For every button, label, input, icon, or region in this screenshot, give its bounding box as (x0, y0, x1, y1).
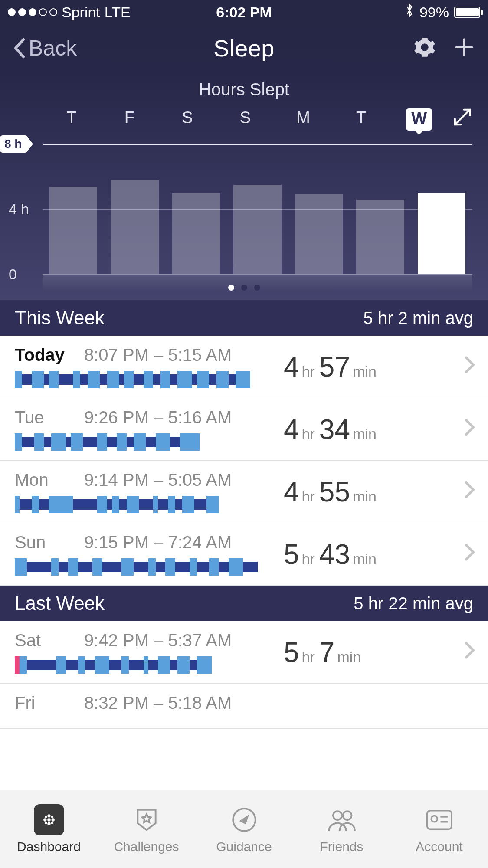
y-tick-4h: 4 h (9, 201, 29, 218)
pager-dot[interactable] (228, 285, 234, 291)
expand-icon (452, 107, 472, 127)
sleep-stages-bar (15, 656, 258, 674)
sleep-log-row[interactable]: Tue9:26 PM – 5:16 AM4hr34min (0, 398, 488, 461)
row-day-label: Today (15, 345, 67, 365)
status-bar: Sprint LTE 6:02 PM 99% (0, 0, 488, 24)
row-day-label: Sat (15, 631, 67, 650)
add-button[interactable] (453, 36, 475, 60)
expand-button[interactable] (452, 107, 472, 132)
section-summary: 5 hr 22 min avg (354, 594, 473, 613)
svg-point-0 (47, 818, 50, 821)
sleep-log-row[interactable]: Mon9:14 PM – 5:05 AM4hr55min (0, 461, 488, 523)
row-duration: 4hr57min (258, 351, 464, 383)
sleep-log-row[interactable]: Today8:07 PM – 5:15 AM4hr57min (0, 336, 488, 398)
friends-icon (327, 805, 357, 835)
y-tick-0: 0 (9, 266, 17, 283)
row-duration: 5hr43min (258, 538, 464, 570)
settings-button[interactable] (413, 36, 436, 60)
chevron-right-icon (464, 479, 475, 504)
section-title: This Week (15, 307, 105, 329)
tab-label: Guidance (216, 839, 272, 854)
sleep-log-row[interactable]: Fri8:32 PM – 5:18 AM (0, 684, 488, 729)
day-label[interactable]: S (158, 108, 216, 131)
day-label[interactable]: W (390, 108, 448, 131)
chart-bar[interactable] (165, 144, 227, 274)
day-label[interactable]: M (274, 108, 332, 131)
dashboard-icon (34, 804, 64, 835)
day-label[interactable]: T (43, 108, 101, 131)
row-time-range: 8:32 PM – 5:18 AM (84, 693, 232, 713)
row-day-label: Fri (15, 693, 67, 713)
sleep-log-row[interactable]: Sat9:42 PM – 5:37 AM5hr7min (0, 621, 488, 684)
pager-dot[interactable] (254, 285, 260, 291)
tab-bar: Dashboard Challenges Guidance Friends Ac… (0, 790, 488, 868)
row-time-range: 9:26 PM – 5:16 AM (84, 408, 232, 427)
row-time-range: 9:15 PM – 7:24 AM (84, 533, 232, 552)
chart-bar[interactable] (227, 144, 288, 274)
svg-point-3 (47, 814, 50, 817)
chart-bar[interactable] (288, 144, 350, 274)
svg-point-6 (51, 815, 53, 818)
svg-point-13 (431, 816, 437, 822)
tab-friends[interactable]: Friends (293, 790, 390, 868)
chart-bar[interactable] (43, 144, 104, 274)
day-labels: TFSSMTW (43, 108, 448, 131)
tab-challenges[interactable]: Challenges (98, 790, 195, 868)
tab-label: Account (416, 839, 462, 854)
row-day-label: Tue (15, 408, 67, 427)
svg-point-2 (51, 818, 54, 821)
chart-title: Hours Slept (0, 80, 488, 99)
svg-point-5 (44, 815, 47, 818)
row-duration: 4hr55min (258, 476, 464, 508)
chart-bar[interactable] (350, 144, 411, 274)
nav-bar: Back Sleep (0, 24, 488, 72)
row-duration: 5hr7min (258, 636, 464, 668)
plus-icon (453, 36, 475, 58)
bluetooth-icon (405, 3, 414, 21)
svg-point-11 (343, 811, 351, 820)
clock-label: 6:02 PM (165, 4, 323, 21)
tab-account[interactable]: Account (390, 790, 488, 868)
carrier-label: Sprint (62, 4, 100, 21)
tab-label: Friends (320, 839, 363, 854)
chevron-right-icon (464, 542, 475, 567)
day-label[interactable]: S (216, 108, 275, 131)
chart-bar[interactable] (411, 144, 472, 274)
tab-dashboard[interactable]: Dashboard (0, 790, 98, 868)
network-label: LTE (105, 4, 131, 21)
section-title: Last Week (15, 593, 105, 614)
tab-label: Challenges (114, 839, 179, 854)
row-day-label: Sun (15, 533, 67, 552)
chart-bar[interactable] (104, 144, 166, 274)
sleep-log-row[interactable]: Sun9:15 PM – 7:24 AM5hr43min (0, 523, 488, 586)
row-duration: 4hr34min (258, 413, 464, 445)
selected-day-shield: W (406, 108, 432, 131)
day-label[interactable]: T (332, 108, 390, 131)
battery-icon (454, 7, 480, 18)
sleep-stages-bar (15, 496, 258, 513)
page-indicator[interactable] (0, 285, 488, 292)
section-header: Last Week5 hr 22 min avg (0, 586, 488, 621)
sleep-log-list[interactable]: This Week5 hr 2 min avgToday8:07 PM – 5:… (0, 300, 488, 790)
sleep-chart: Hours Slept TFSSMTW 8 h 4 h 0 (0, 72, 488, 300)
row-time-range: 9:42 PM – 5:37 AM (84, 631, 232, 650)
section-header: This Week5 hr 2 min avg (0, 300, 488, 336)
tab-guidance[interactable]: Guidance (195, 790, 293, 868)
row-time-range: 8:07 PM – 5:15 AM (84, 345, 232, 365)
sleep-stages-bar (15, 558, 258, 576)
row-time-range: 9:14 PM – 5:05 AM (84, 470, 232, 490)
row-day-label: Mon (15, 470, 67, 490)
chevron-right-icon (464, 640, 475, 665)
svg-point-8 (51, 822, 53, 824)
svg-point-4 (47, 822, 50, 825)
svg-point-10 (333, 811, 342, 820)
chevron-right-icon (464, 354, 475, 380)
compass-icon (229, 805, 259, 835)
day-label[interactable]: F (101, 108, 159, 131)
sleep-stages-bar (15, 433, 258, 451)
sleep-stages-bar (15, 371, 258, 388)
section-summary: 5 hr 2 min avg (364, 308, 473, 328)
pager-dot[interactable] (241, 285, 247, 291)
star-badge-icon (131, 805, 162, 835)
chart-bars[interactable] (43, 144, 472, 274)
